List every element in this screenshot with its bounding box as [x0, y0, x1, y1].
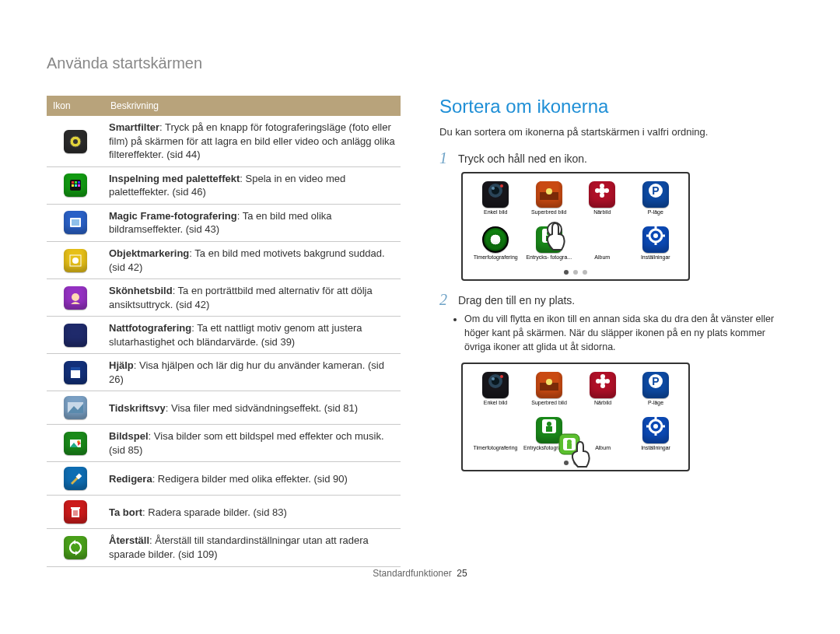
row-description: Redigera: Redigera bilder med olika effe… — [104, 462, 401, 496]
row-term: Skönhetsbild — [109, 285, 173, 296]
step-2-note: Om du vill flytta en ikon till en annan … — [439, 312, 793, 354]
home-icon-label: Enkel bild — [471, 209, 521, 222]
p-icon: P — [642, 181, 669, 208]
step-text: Tryck och håll ned en ikon. — [458, 150, 587, 166]
svg-point-31 — [500, 184, 503, 187]
row-icon-cell — [47, 529, 104, 566]
row-icon-cell — [47, 204, 104, 241]
row-icon-cell — [47, 279, 104, 317]
row-term: Nattfotografering — [109, 322, 191, 334]
table-row: Magic Frame-fotografering: Ta en bild me… — [47, 204, 401, 241]
svg-point-60 — [600, 374, 605, 379]
row-description: Smartfilter: Tryck på en knapp för fotog… — [104, 116, 401, 166]
frame-icon — [64, 211, 87, 234]
camera-dot-icon — [64, 130, 87, 153]
gear-icon — [642, 226, 669, 253]
row-icon-cell — [47, 242, 104, 279]
row-icon-cell — [47, 116, 104, 166]
svg-point-59 — [600, 378, 606, 384]
row-description: Inspelning med paletteffekt: Spela in en… — [104, 166, 401, 204]
footer-section: Standardfunktioner — [373, 568, 451, 579]
svg-point-61 — [600, 384, 605, 388]
home-icon-3: PP-läge — [631, 372, 681, 412]
home-icon-label: Superbred bild — [523, 400, 575, 412]
svg-point-1 — [73, 139, 78, 144]
book-icon — [64, 361, 87, 384]
brush-icon — [64, 467, 87, 490]
row-term: Återställ — [109, 534, 149, 546]
svg-point-35 — [599, 187, 605, 194]
table-row: Objektmarkering: Ta en bild med motivets… — [47, 242, 401, 279]
svg-rect-6 — [72, 184, 74, 187]
section-intro: Du kan sortera om ikonerna på startskärm… — [439, 125, 793, 139]
table-row: Smartfilter: Tryck på en knapp för fotog… — [47, 116, 401, 166]
table-row: Inspelning med paletteffekt: Spela in en… — [47, 166, 401, 204]
home-icon-label: Timerfotografering — [471, 445, 520, 457]
page-header: Använda startskärmen — [47, 54, 793, 72]
svg-point-46 — [653, 233, 658, 238]
sunset-icon — [536, 181, 562, 208]
home-icon-label: Närbild — [577, 209, 628, 222]
row-icon-cell — [47, 354, 104, 391]
blank-icon — [589, 226, 615, 253]
svg-point-34 — [546, 188, 552, 194]
row-term: Smartfilter — [109, 121, 159, 133]
home-icon-0: Enkel bild — [471, 181, 521, 222]
svg-marker-27 — [75, 551, 79, 555]
home-icon-7: Inställningar — [631, 417, 681, 457]
table-row: Hjälp: Visa hjälpen och lär dig hur du a… — [47, 354, 401, 391]
footer-page-number: 25 — [457, 568, 467, 579]
svg-point-13 — [72, 293, 79, 301]
home-icon-label: Timerfotografering — [471, 254, 521, 267]
row-term: Hjälp — [109, 359, 134, 371]
step-1: 1 Tryck och håll ned en ikon. — [439, 150, 793, 166]
row-icon-cell — [47, 462, 104, 496]
home-icon-4: Timerfotografering — [471, 417, 520, 457]
hand-press-icon — [537, 220, 575, 257]
home-icon-label: Inställningar — [631, 445, 681, 457]
home-screen-mock-2: Enkel bildSuperbred bildNärbildPP-lägeTi… — [461, 363, 690, 471]
refresh-icon — [64, 536, 87, 559]
svg-point-70 — [653, 424, 658, 429]
table-row: Ta bort: Radera sparade bilder. (sid 83) — [47, 496, 401, 529]
table-row: Bildspel: Visa bilder som ett bildspel m… — [47, 425, 401, 462]
table-row: Återställ: Återställ till standardinstäl… — [47, 529, 401, 566]
mag-icon — [64, 396, 87, 419]
row-description: Skönhetsbild: Ta en porträttbild med alt… — [104, 279, 401, 317]
home-icon-2: Närbild — [578, 372, 628, 412]
row-term: Magic Frame-fotografering — [109, 210, 237, 222]
table-row: Tidskriftsvy: Visa filer med sidvändning… — [47, 391, 401, 425]
svg-point-30 — [492, 187, 495, 190]
home-icon-6: Album — [577, 226, 628, 267]
trash-icon — [64, 500, 87, 524]
svg-rect-78 — [567, 443, 572, 449]
slides-icon — [64, 432, 87, 455]
icon-table-column: Ikon Beskrivning Smartfilter: Tryck på e… — [47, 96, 401, 567]
svg-rect-8 — [78, 184, 80, 187]
svg-point-36 — [600, 184, 604, 188]
svg-rect-22 — [71, 507, 80, 509]
home-icon-label: Enkel bild — [471, 400, 520, 412]
lens-icon — [482, 181, 509, 208]
home-screen-mock-1: Enkel bildSuperbred bildNärbildPP-lägeTi… — [461, 172, 690, 281]
svg-point-63 — [605, 379, 610, 384]
home-icon-7: Inställningar — [631, 226, 681, 267]
svg-rect-5 — [78, 181, 80, 184]
svg-point-37 — [600, 193, 604, 198]
svg-rect-4 — [75, 181, 77, 184]
flower-icon — [590, 372, 616, 398]
row-description: Bildspel: Visa bilder som ett bildspel m… — [104, 425, 401, 462]
home-icon-1: Superbred bild — [523, 372, 575, 412]
row-description: Hjälp: Visa hjälpen och lär dig hur du a… — [104, 354, 401, 391]
gear-icon — [642, 417, 669, 443]
table-header-desc: Beskrivning — [104, 96, 401, 116]
home-icon-label: Närbild — [578, 400, 628, 412]
icon-description-table: Ikon Beskrivning Smartfilter: Tryck på e… — [47, 96, 401, 567]
home-icon-label: Album — [577, 254, 628, 267]
home-icon-1: Superbred bild — [524, 181, 575, 222]
home-icon-2: Närbild — [577, 181, 628, 222]
row-term: Redigera — [109, 473, 152, 485]
home-icon-3: PP-läge — [631, 181, 681, 222]
row-icon-cell — [47, 391, 104, 425]
moon-icon — [64, 324, 87, 347]
